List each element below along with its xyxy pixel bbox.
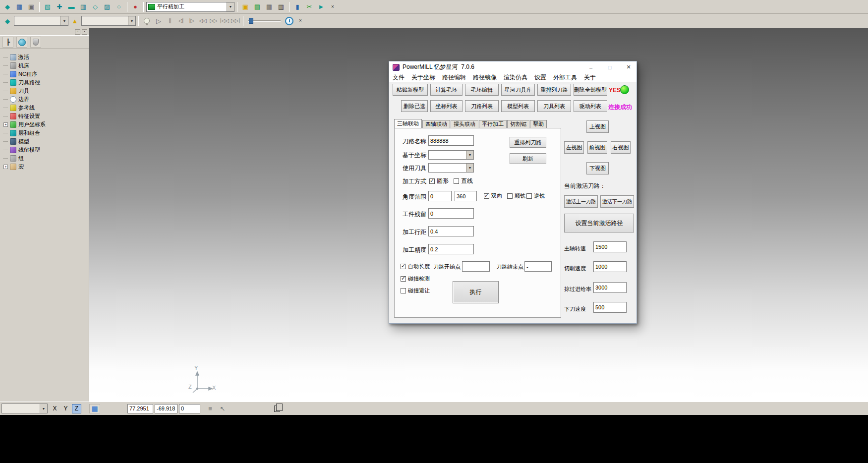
model-list-button[interactable]: 模型列表 [501, 100, 535, 112]
tool-select-combo[interactable]: ▼ [81, 16, 136, 26]
toolpath-list-button[interactable]: 刀路列表 [465, 100, 499, 112]
tree-item-nc-program[interactable]: NC程序 [3, 70, 89, 78]
rearrange-toolpaths-button[interactable]: 重排列刀路 [537, 84, 571, 96]
new-project-icon[interactable]: ◆ [2, 1, 13, 12]
angle-end-input[interactable] [455, 191, 477, 201]
status-combo[interactable]: ▼ [1, 404, 48, 413]
strategy-preset-combo[interactable]: 平行精加工 ▼ [146, 2, 234, 12]
coord-x-input[interactable] [127, 404, 153, 413]
block-icon[interactable]: ▧ [42, 1, 53, 12]
tree-item-workplane[interactable]: + 用户坐标系 [3, 120, 89, 129]
menu-ext-tools[interactable]: 外部工具 [550, 73, 580, 82]
menu-coords[interactable]: 关于坐标 [408, 73, 439, 82]
start-point-input[interactable] [462, 261, 490, 272]
stepover-input[interactable] [428, 226, 474, 236]
play-icon[interactable]: ▷ [153, 15, 164, 26]
chevron-down-icon[interactable]: ▼ [466, 151, 473, 159]
collision-check-checkbox[interactable]: 碰撞检测 [401, 275, 430, 283]
tree-item-macro[interactable]: + 宏 [3, 163, 89, 171]
maximize-button[interactable]: □ [602, 61, 618, 73]
tab-head-tilt[interactable]: 摆头联动 [451, 120, 478, 128]
tool-list-button[interactable]: 刀具列表 [537, 100, 571, 112]
rearrange-button[interactable]: 重排列刀路 [510, 137, 546, 148]
tab-parallel[interactable]: 平行加工 [479, 120, 507, 128]
set-active-path-button[interactable]: 设置当前激活路径 [564, 214, 634, 232]
activate-next-button[interactable]: 激活下一刀路 [600, 195, 634, 208]
y-axis-button[interactable]: Y [61, 404, 70, 413]
step-forward-icon[interactable]: |▷ [187, 15, 197, 26]
menu-simulation[interactable]: 渲染仿真 [500, 73, 531, 82]
delete-selected-button[interactable]: 删除已选 [401, 100, 428, 112]
shield-icon[interactable] [30, 37, 41, 48]
print-icon[interactable]: ▣ [26, 1, 37, 12]
top-view-button[interactable]: 上视图 [586, 120, 609, 133]
calculator-icon[interactable]: ▦ [264, 1, 275, 12]
step-back-icon[interactable]: ◁| [176, 15, 186, 26]
toolbox-icon[interactable]: ▣ [240, 1, 251, 12]
chevron-down-icon[interactable]: ▼ [60, 16, 68, 25]
coord-z-input[interactable] [179, 404, 200, 413]
expand-icon[interactable]: + [3, 122, 8, 127]
tree-item-feature-set[interactable]: 特征设置 [3, 112, 89, 120]
tree-item-activate[interactable]: 激活 [3, 53, 89, 61]
auto-length-checkbox[interactable]: 自动长度 [401, 263, 430, 270]
grid-icon[interactable]: ▦ [89, 404, 100, 413]
circle-checkbox[interactable]: 圆形 [429, 177, 449, 185]
block-edit-button[interactable]: 毛坯编辑 [465, 84, 499, 96]
calc-block-button[interactable]: 计算毛坯 [430, 84, 463, 96]
scissors-icon[interactable]: ✂ [304, 1, 315, 12]
chevron-down-icon[interactable]: ▼ [128, 16, 135, 25]
tool-icon[interactable]: ▲ [69, 15, 80, 26]
panel-close-icon[interactable]: × [82, 29, 87, 35]
probe-icon[interactable]: ↖ [217, 403, 228, 414]
tab-saw[interactable]: 切割锯 [507, 120, 529, 128]
z-axis-button[interactable]: Z [72, 404, 81, 413]
minimize-button[interactable]: – [583, 61, 599, 73]
panel-pin-icon[interactable]: ▫ [75, 29, 80, 35]
simulation-speed-slider[interactable] [248, 17, 281, 24]
tree-item-reference-line[interactable]: 参考线 [3, 104, 89, 112]
tool-create-icon[interactable]: ✚ [54, 1, 65, 12]
rapid-heights-icon[interactable]: ▥ [78, 1, 89, 12]
post-icon[interactable]: ▤ [252, 1, 263, 12]
dialog-titlebar[interactable]: PowerMILL 忆梦星河 7.0.6 – □ ✕ [389, 61, 637, 73]
line-checkbox[interactable]: 直线 [454, 177, 473, 185]
tree-item-levels[interactable]: 层和组合 [3, 129, 89, 137]
tree-item-boundary[interactable]: 边界 [3, 95, 89, 104]
leads-icon[interactable]: ▨ [102, 1, 113, 12]
tab-3axis[interactable]: 三轴联动 [394, 119, 422, 128]
end-point-input[interactable] [524, 261, 552, 272]
tree-item-machine[interactable]: 机床 [3, 61, 89, 70]
skim-feed-input[interactable] [593, 282, 627, 293]
tree-item-group[interactable]: 组 [3, 154, 89, 163]
save-icon[interactable]: ▦ [14, 1, 25, 12]
simulate-icon[interactable]: ► [316, 1, 327, 12]
cutting-speed-input[interactable] [593, 261, 627, 272]
tool-library-button[interactable]: 星河刀具库 [501, 84, 535, 96]
tolerance-input[interactable] [428, 244, 474, 254]
coord-select[interactable]: ▼ [428, 150, 474, 160]
conventional-checkbox[interactable]: 逆铣 [526, 192, 545, 200]
start-point-icon[interactable]: ◇ [90, 1, 101, 12]
feeds-icon[interactable]: ▬ [66, 1, 77, 12]
menu-path-mirror[interactable]: 路径镜像 [469, 73, 500, 82]
stats-icon[interactable]: ▮ [292, 1, 303, 12]
macro-record-icon[interactable]: ● [130, 1, 141, 12]
tool-select[interactable]: ▼ [428, 163, 474, 173]
x-axis-button[interactable]: X [50, 404, 59, 413]
front-view-button[interactable]: 前视图 [587, 141, 607, 154]
menu-about[interactable]: 关于 [580, 73, 599, 82]
tree-item-model[interactable]: 模型 [3, 137, 89, 146]
close-button[interactable]: ✕ [621, 61, 637, 73]
left-view-button[interactable]: 左视图 [564, 141, 584, 154]
spindle-input[interactable] [593, 241, 627, 252]
slider-handle[interactable] [249, 18, 253, 24]
menu-settings[interactable]: 设置 [531, 73, 550, 82]
plunge-speed-input[interactable] [593, 302, 627, 313]
coord-list-button[interactable]: 坐标列表 [430, 100, 463, 112]
menu-file[interactable]: 文件 [389, 73, 408, 82]
menu-path-edit[interactable]: 路径编辑 [439, 73, 469, 82]
expand-icon[interactable]: + [3, 165, 8, 169]
globe-icon[interactable] [16, 37, 27, 48]
climb-checkbox[interactable]: 顺铣 [507, 192, 525, 200]
